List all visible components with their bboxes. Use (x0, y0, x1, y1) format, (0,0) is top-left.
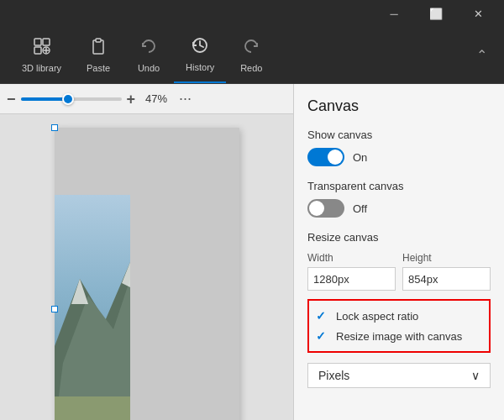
collapse-panel-button[interactable]: ⌃ (470, 42, 494, 68)
canvas-white-area[interactable] (55, 128, 239, 420)
dropdown-arrow-icon: ∨ (471, 369, 480, 382)
show-canvas-thumb (328, 150, 343, 165)
resize-image-row[interactable]: ✓ Resize image with canvas (316, 326, 482, 346)
height-column: Height (402, 252, 491, 291)
paste-icon (89, 37, 108, 60)
canvas-area[interactable]: − + 47% ··· (0, 84, 293, 420)
toolbar-undo[interactable]: Undo (123, 27, 174, 83)
svg-rect-7 (96, 39, 101, 42)
width-input[interactable] (307, 267, 396, 291)
width-label: Width (307, 252, 396, 264)
svg-rect-14 (55, 396, 130, 420)
3dlibrary-icon (33, 37, 51, 60)
height-label: Height (402, 252, 491, 264)
svg-rect-1 (43, 39, 50, 45)
zoom-thumb[interactable] (62, 93, 74, 105)
toolbar-history[interactable]: History (174, 27, 226, 83)
transparent-canvas-toggle-row: Off (307, 199, 491, 218)
transparent-canvas-state: Off (353, 202, 367, 215)
lock-aspect-check: ✓ (316, 309, 329, 323)
toolbar-3dlibrary-label: 3D library (22, 63, 61, 73)
zoom-bar: − + 47% ··· (0, 84, 293, 114)
canvas-settings-panel: Canvas Show canvas On Transparent canvas… (294, 84, 504, 420)
toolbar-undo-label: Undo (138, 63, 160, 73)
show-canvas-toggle-row: On (307, 148, 491, 166)
zoom-in-button[interactable]: + (127, 92, 136, 107)
lock-aspect-row[interactable]: ✓ Lock aspect ratio (316, 306, 482, 326)
transparent-canvas-toggle[interactable] (307, 199, 344, 218)
minimize-button[interactable]: ─ (375, 0, 413, 27)
show-canvas-label: Show canvas (307, 129, 491, 141)
svg-rect-0 (34, 39, 41, 45)
zoom-slider[interactable] (21, 97, 122, 101)
main-area: − + 47% ··· (0, 84, 504, 420)
toolbar-paste-label: Paste (87, 63, 110, 73)
title-bar: ─ ⬜ ✕ (0, 0, 504, 27)
maximize-button[interactable]: ⬜ (417, 0, 455, 27)
dimensions-row: Width Height (307, 252, 491, 291)
toolbar-3dlibrary[interactable]: 3D library (10, 27, 73, 83)
transparent-canvas-label: Transparent canvas (307, 180, 491, 192)
units-dropdown[interactable]: Pixels ∨ (307, 363, 491, 388)
redo-icon (242, 37, 260, 60)
zoom-out-button[interactable]: − (7, 92, 16, 107)
history-icon (191, 36, 209, 59)
panel-title: Canvas (307, 97, 491, 115)
selection-handle-bl[interactable] (51, 306, 58, 312)
width-column: Width (307, 252, 396, 291)
zoom-value-display: 47% (140, 92, 172, 105)
svg-rect-2 (34, 47, 41, 54)
show-canvas-toggle[interactable] (307, 148, 344, 166)
zoom-more-button[interactable]: ··· (179, 90, 192, 108)
canvas-content (0, 114, 293, 420)
resize-image-check: ✓ (316, 329, 329, 343)
toolbar-paste[interactable]: Paste (73, 27, 123, 83)
transparent-canvas-thumb (309, 201, 324, 216)
zoom-track (21, 97, 68, 101)
lock-aspect-label: Lock aspect ratio (336, 310, 418, 323)
canvas-image (55, 195, 130, 420)
resize-canvas-label: Resize canvas (307, 231, 491, 244)
toolbar: 3D library Paste Undo H (0, 27, 504, 84)
toolbar-history-label: History (186, 62, 214, 72)
height-input[interactable] (402, 267, 491, 291)
toolbar-redo[interactable]: Redo (226, 27, 276, 83)
resize-image-label: Resize image with canvas (336, 330, 462, 343)
close-button[interactable]: ✕ (459, 0, 497, 27)
show-canvas-state: On (353, 151, 367, 164)
units-label: Pixels (318, 369, 349, 382)
toolbar-redo-label: Redo (240, 63, 262, 73)
undo-icon (139, 37, 158, 60)
checkbox-area: ✓ Lock aspect ratio ✓ Resize image with … (307, 299, 491, 353)
selection-handle-tl[interactable] (51, 124, 58, 131)
